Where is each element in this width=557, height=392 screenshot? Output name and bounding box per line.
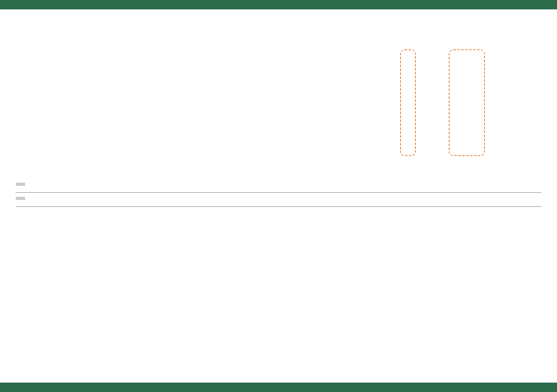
divider [16, 192, 541, 193]
content [16, 35, 541, 212]
cost-premium-badge [16, 183, 25, 186]
letterbox-bottom [0, 383, 557, 392]
screenshot-frame [0, 0, 557, 392]
letterbox-top [0, 0, 557, 9]
parallel-coordinates-chart [16, 35, 541, 172]
eui-target-highlight [400, 49, 416, 156]
metrics [16, 180, 541, 207]
cost-range-highlight [449, 49, 485, 156]
energy-savings-badge [16, 197, 25, 200]
divider [16, 206, 541, 207]
